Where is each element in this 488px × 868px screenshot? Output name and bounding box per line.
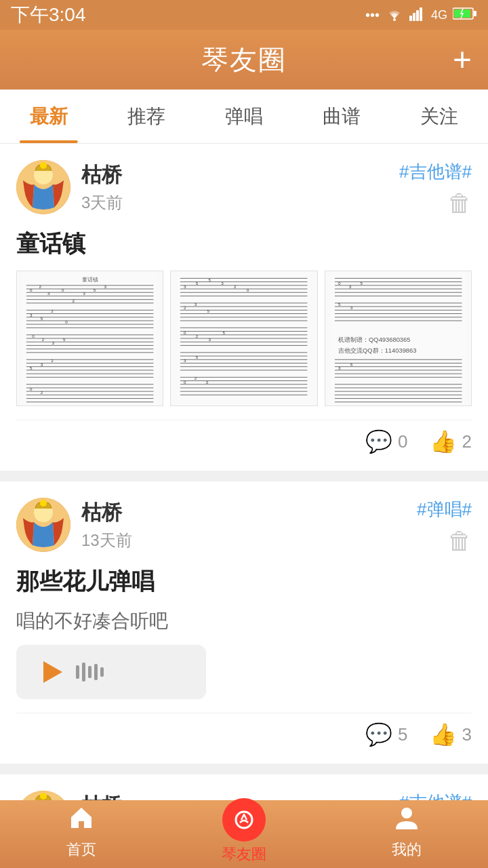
- sheet-image-3[interactable]: 0 3 5 5 3 机谱制谱：QQ493: [325, 271, 472, 406]
- network-type: 4G: [431, 8, 447, 22]
- svg-text:2: 2: [184, 305, 186, 310]
- post-title: 那些花儿弹唱: [16, 566, 472, 597]
- user-icon: [393, 804, 420, 837]
- svg-text:5: 5: [223, 330, 226, 335]
- svg-text:机谱制谱：QQ493680365: 机谱制谱：QQ493680365: [338, 336, 410, 343]
- svg-text:2: 2: [51, 358, 54, 363]
- like-count: 2: [462, 431, 472, 452]
- tab-recommend[interactable]: 推荐: [98, 90, 195, 143]
- status-icons: ••• 4G: [365, 6, 477, 24]
- svg-text:5: 5: [196, 355, 199, 359]
- svg-text:3: 3: [104, 284, 107, 289]
- svg-text:0: 0: [338, 281, 341, 285]
- tab-score[interactable]: 曲谱: [293, 90, 390, 143]
- svg-text:5: 5: [338, 302, 341, 307]
- comment-action[interactable]: 💬 0: [365, 429, 407, 454]
- svg-text:5: 5: [350, 362, 352, 367]
- svg-text:5: 5: [196, 281, 199, 285]
- post-item: 枯桥 13天前 #弹唱# 🗑 那些花儿弹唱 唱的不好凑合听吧: [0, 481, 488, 764]
- svg-rect-2: [413, 13, 415, 21]
- svg-text:2: 2: [234, 284, 237, 289]
- circle-icon: [222, 798, 266, 842]
- post-footer: 💬 5 👍 3: [16, 713, 472, 747]
- svg-text:3: 3: [41, 362, 43, 367]
- svg-text:0: 0: [65, 319, 68, 324]
- bottom-navigation: 首页 琴友圈 我的: [0, 800, 488, 868]
- svg-text:3: 3: [30, 313, 33, 317]
- svg-text:3: 3: [47, 291, 50, 296]
- svg-text:5: 5: [360, 281, 363, 285]
- battery-icon: [453, 7, 477, 24]
- svg-text:0: 0: [184, 330, 186, 335]
- svg-text:3: 3: [348, 284, 351, 289]
- post-username: 枯桥: [81, 499, 132, 527]
- svg-text:0: 0: [62, 288, 64, 292]
- play-button[interactable]: [38, 658, 65, 686]
- home-icon: [68, 804, 95, 837]
- nav-circle-label: 琴友圈: [222, 844, 266, 865]
- svg-text:2: 2: [195, 376, 197, 380]
- post-title: 童话镇: [16, 229, 472, 260]
- nav-home[interactable]: 首页: [0, 804, 163, 865]
- comment-icon: 💬: [365, 722, 392, 747]
- svg-text:3: 3: [338, 366, 341, 370]
- sheet-image-1[interactable]: 童话镇 0 2 3 0 2 3: [16, 271, 163, 406]
- delete-button[interactable]: 🗑: [447, 527, 472, 555]
- post-description: 唱的不好凑合听吧: [16, 608, 472, 634]
- like-action[interactable]: 👍 3: [430, 722, 472, 747]
- svg-text:2: 2: [196, 334, 199, 338]
- svg-point-0: [393, 18, 396, 21]
- svg-text:0: 0: [32, 334, 35, 338]
- like-action[interactable]: 👍 2: [430, 429, 472, 454]
- tab-latest[interactable]: 最新: [0, 90, 98, 143]
- svg-text:3: 3: [184, 358, 186, 363]
- avatar[interactable]: [16, 498, 70, 552]
- header: 琴友圈 +: [0, 30, 488, 90]
- sheet-image-2[interactable]: 3 5 5 3 2 0 2 3: [170, 271, 317, 406]
- sheet-images: 童话镇 0 2 3 0 2 3: [16, 271, 472, 406]
- wifi-icon: [385, 6, 404, 24]
- feed-content: 枯桥 3天前 #吉他谱# 🗑 童话镇 童话镇: [0, 144, 488, 868]
- sound-wave-icon: [76, 663, 104, 682]
- nav-mine[interactable]: 我的: [325, 804, 488, 865]
- post-footer: 💬 0 👍 2: [16, 420, 472, 454]
- svg-text:3: 3: [83, 291, 85, 296]
- svg-text:5: 5: [30, 366, 33, 370]
- svg-text:5: 5: [207, 309, 210, 313]
- post-time: 13天前: [81, 530, 132, 551]
- tab-follow[interactable]: 关注: [390, 90, 488, 143]
- comment-action[interactable]: 💬 5: [365, 722, 407, 747]
- svg-text:5: 5: [41, 316, 43, 321]
- post-tag[interactable]: #吉他谱#: [399, 160, 472, 184]
- post-time: 3天前: [81, 192, 123, 214]
- tab-play[interactable]: 弹唱: [195, 90, 293, 143]
- svg-text:2: 2: [42, 337, 45, 342]
- signal-icon: [409, 6, 426, 24]
- svg-text:2: 2: [51, 309, 54, 313]
- svg-point-152: [40, 793, 47, 800]
- nav-home-label: 首页: [66, 840, 96, 860]
- svg-text:5: 5: [94, 288, 96, 292]
- comment-icon: 💬: [365, 429, 392, 454]
- nav-circle[interactable]: 琴友圈: [163, 798, 325, 868]
- add-post-button[interactable]: +: [453, 43, 472, 76]
- like-icon: 👍: [430, 429, 457, 454]
- svg-text:3: 3: [222, 281, 224, 285]
- post-item: 枯桥 3天前 #吉他谱# 🗑 童话镇 童话镇: [0, 144, 488, 471]
- delete-button[interactable]: 🗑: [447, 189, 472, 218]
- status-bar: 下午3:04 ••• 4G: [0, 0, 488, 30]
- like-icon: 👍: [430, 722, 457, 747]
- nav-mine-label: 我的: [392, 840, 422, 860]
- svg-text:吉他交流QQ群：114039863: 吉他交流QQ群：114039863: [338, 347, 416, 354]
- audio-player[interactable]: [16, 645, 206, 699]
- post-header: 枯桥 13天前 #弹唱# 🗑: [16, 498, 472, 555]
- avatar[interactable]: [16, 160, 70, 214]
- svg-text:童话镇: 童话镇: [82, 276, 98, 283]
- svg-text:2: 2: [39, 284, 42, 289]
- like-count: 3: [462, 724, 472, 745]
- svg-text:3: 3: [209, 337, 211, 342]
- svg-point-10: [40, 162, 47, 169]
- svg-text:3: 3: [350, 305, 352, 310]
- svg-text:2: 2: [41, 390, 43, 395]
- post-tag[interactable]: #弹唱#: [417, 498, 472, 521]
